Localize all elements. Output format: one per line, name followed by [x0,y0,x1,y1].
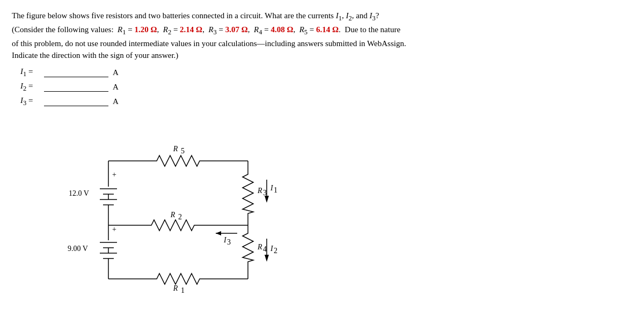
svg-text:12.0 V: 12.0 V [69,189,89,197]
I2-input[interactable] [44,82,108,92]
svg-text:I: I [270,184,274,192]
I3-label: I3 = [20,96,42,107]
I1-row: I1 = A [20,67,632,78]
problem-text: The figure below shows five resistors an… [12,10,632,62]
svg-text:5: 5 [181,147,185,155]
svg-text:9.00 V: 9.00 V [68,245,88,253]
svg-text:2: 2 [178,213,182,221]
svg-marker-45 [265,255,269,262]
I1-label: I1 = [20,67,42,78]
svg-marker-37 [216,231,221,235]
svg-text:R: R [257,243,262,251]
svg-text:R: R [173,284,178,292]
svg-text:4: 4 [263,245,267,253]
svg-text:+: + [112,171,116,179]
svg-text:1: 1 [181,286,185,294]
I2-row: I2 = A [20,82,632,93]
I1-input[interactable] [44,68,108,77]
svg-text:R: R [257,187,262,195]
I3-row: I3 = A [20,96,632,107]
svg-text:R: R [170,211,175,219]
circuit-diagram: text { font-family: "Times New Roman", T… [44,118,323,290]
I2-label: I2 = [20,82,42,93]
svg-marker-41 [265,196,269,203]
svg-text:R: R [173,145,178,153]
svg-text:2: 2 [274,247,277,255]
svg-text:I: I [223,236,227,244]
I1-unit: A [113,68,119,77]
I2-unit: A [113,83,119,92]
svg-text:I: I [270,245,274,253]
svg-text:1: 1 [274,186,277,194]
svg-text:+: + [112,225,116,233]
I3-input[interactable] [44,97,108,106]
svg-text:3: 3 [227,238,231,246]
svg-text:3: 3 [263,189,267,197]
I3-unit: A [113,97,119,106]
